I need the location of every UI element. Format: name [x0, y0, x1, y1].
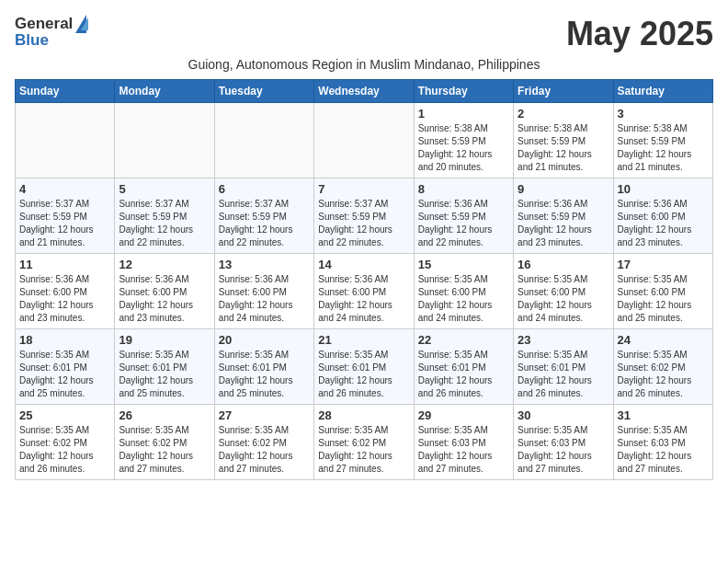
table-row: 16Sunrise: 5:35 AM Sunset: 6:00 PM Dayli…	[514, 254, 613, 329]
day-number: 20	[219, 333, 310, 347]
logo-general-text: General	[15, 15, 73, 33]
table-row: 17Sunrise: 5:35 AM Sunset: 6:00 PM Dayli…	[613, 254, 712, 329]
day-number: 4	[19, 182, 110, 196]
day-number: 7	[318, 182, 409, 196]
col-sunday: Sunday	[16, 80, 115, 103]
day-number: 5	[119, 182, 210, 196]
col-wednesday: Wednesday	[314, 80, 414, 103]
table-row: 25Sunrise: 5:35 AM Sunset: 6:02 PM Dayli…	[16, 405, 115, 480]
day-info: Sunrise: 5:36 AM Sunset: 6:00 PM Dayligh…	[318, 273, 409, 325]
day-number: 18	[19, 333, 110, 347]
logo-triangle2-icon	[81, 17, 88, 30]
day-number: 28	[318, 408, 409, 422]
table-row: 21Sunrise: 5:35 AM Sunset: 6:01 PM Dayli…	[314, 329, 414, 405]
logo-blue-text: Blue	[15, 31, 49, 49]
day-info: Sunrise: 5:38 AM Sunset: 5:59 PM Dayligh…	[618, 122, 709, 174]
day-number: 23	[518, 333, 609, 347]
table-row	[115, 103, 214, 178]
calendar-week-row: 25Sunrise: 5:35 AM Sunset: 6:02 PM Dayli…	[16, 405, 713, 480]
day-number: 17	[618, 258, 709, 271]
day-number: 9	[518, 182, 609, 196]
page-header: General Blue May 2025	[15, 15, 713, 53]
table-row: 2Sunrise: 5:38 AM Sunset: 5:59 PM Daylig…	[514, 103, 613, 178]
calendar-table: Sunday Monday Tuesday Wednesday Thursday…	[15, 79, 713, 480]
table-row: 1Sunrise: 5:38 AM Sunset: 5:59 PM Daylig…	[414, 103, 513, 178]
calendar-week-row: 18Sunrise: 5:35 AM Sunset: 6:01 PM Dayli…	[16, 329, 713, 405]
day-info: Sunrise: 5:35 AM Sunset: 6:02 PM Dayligh…	[618, 349, 709, 400]
day-number: 3	[618, 107, 709, 121]
table-row: 31Sunrise: 5:35 AM Sunset: 6:03 PM Dayli…	[613, 405, 712, 480]
table-row: 23Sunrise: 5:35 AM Sunset: 6:01 PM Dayli…	[514, 329, 613, 405]
day-info: Sunrise: 5:35 AM Sunset: 6:00 PM Dayligh…	[518, 273, 609, 325]
table-row: 10Sunrise: 5:36 AM Sunset: 6:00 PM Dayli…	[613, 178, 712, 254]
day-info: Sunrise: 5:37 AM Sunset: 5:59 PM Dayligh…	[119, 198, 210, 249]
day-number: 31	[618, 408, 709, 422]
calendar-week-row: 1Sunrise: 5:38 AM Sunset: 5:59 PM Daylig…	[16, 103, 713, 178]
table-row: 14Sunrise: 5:36 AM Sunset: 6:00 PM Dayli…	[314, 254, 414, 329]
day-number: 22	[418, 333, 509, 347]
day-number: 25	[19, 408, 110, 422]
day-info: Sunrise: 5:35 AM Sunset: 6:02 PM Dayligh…	[219, 424, 310, 476]
day-number: 15	[418, 258, 509, 271]
day-number: 26	[119, 408, 210, 422]
table-row: 20Sunrise: 5:35 AM Sunset: 6:01 PM Dayli…	[214, 329, 313, 405]
table-row: 7Sunrise: 5:37 AM Sunset: 5:59 PM Daylig…	[314, 178, 414, 254]
table-row: 26Sunrise: 5:35 AM Sunset: 6:02 PM Dayli…	[115, 405, 214, 480]
day-info: Sunrise: 5:35 AM Sunset: 6:03 PM Dayligh…	[418, 424, 509, 476]
table-row: 11Sunrise: 5:36 AM Sunset: 6:00 PM Dayli…	[16, 254, 115, 329]
day-number: 27	[219, 408, 310, 422]
day-info: Sunrise: 5:35 AM Sunset: 6:01 PM Dayligh…	[518, 349, 609, 400]
calendar-week-row: 4Sunrise: 5:37 AM Sunset: 5:59 PM Daylig…	[16, 178, 713, 254]
table-row	[314, 103, 414, 178]
table-row: 29Sunrise: 5:35 AM Sunset: 6:03 PM Dayli…	[414, 405, 513, 480]
page-subtitle: Guiong, Autonomous Region in Muslim Mind…	[15, 57, 713, 72]
day-info: Sunrise: 5:36 AM Sunset: 6:00 PM Dayligh…	[618, 198, 709, 249]
table-row: 3Sunrise: 5:38 AM Sunset: 5:59 PM Daylig…	[613, 103, 712, 178]
table-row: 13Sunrise: 5:36 AM Sunset: 6:00 PM Dayli…	[214, 254, 313, 329]
calendar-header-row: Sunday Monday Tuesday Wednesday Thursday…	[16, 80, 713, 103]
table-row: 27Sunrise: 5:35 AM Sunset: 6:02 PM Dayli…	[214, 405, 313, 480]
day-number: 24	[618, 333, 709, 347]
logo: General Blue	[15, 15, 88, 50]
table-row: 22Sunrise: 5:35 AM Sunset: 6:01 PM Dayli…	[414, 329, 513, 405]
day-number: 21	[318, 333, 409, 347]
day-info: Sunrise: 5:35 AM Sunset: 6:03 PM Dayligh…	[518, 424, 609, 476]
day-info: Sunrise: 5:35 AM Sunset: 6:01 PM Dayligh…	[119, 349, 210, 400]
table-row: 15Sunrise: 5:35 AM Sunset: 6:00 PM Dayli…	[414, 254, 513, 329]
day-info: Sunrise: 5:35 AM Sunset: 6:01 PM Dayligh…	[19, 349, 110, 400]
table-row: 28Sunrise: 5:35 AM Sunset: 6:02 PM Dayli…	[314, 405, 414, 480]
table-row: 18Sunrise: 5:35 AM Sunset: 6:01 PM Dayli…	[16, 329, 115, 405]
day-number: 8	[418, 182, 509, 196]
day-info: Sunrise: 5:36 AM Sunset: 6:00 PM Dayligh…	[219, 273, 310, 325]
table-row: 24Sunrise: 5:35 AM Sunset: 6:02 PM Dayli…	[613, 329, 712, 405]
day-number: 11	[19, 258, 110, 271]
day-info: Sunrise: 5:37 AM Sunset: 5:59 PM Dayligh…	[219, 198, 310, 249]
day-info: Sunrise: 5:35 AM Sunset: 6:00 PM Dayligh…	[418, 273, 509, 325]
day-number: 10	[618, 182, 709, 196]
day-number: 13	[219, 258, 310, 271]
table-row: 30Sunrise: 5:35 AM Sunset: 6:03 PM Dayli…	[514, 405, 613, 480]
day-info: Sunrise: 5:35 AM Sunset: 6:02 PM Dayligh…	[318, 424, 409, 476]
table-row: 9Sunrise: 5:36 AM Sunset: 5:59 PM Daylig…	[514, 178, 613, 254]
day-number: 30	[518, 408, 609, 422]
day-number: 16	[518, 258, 609, 271]
day-info: Sunrise: 5:36 AM Sunset: 6:00 PM Dayligh…	[19, 273, 110, 325]
day-info: Sunrise: 5:35 AM Sunset: 6:02 PM Dayligh…	[19, 424, 110, 476]
day-number: 29	[418, 408, 509, 422]
table-row: 4Sunrise: 5:37 AM Sunset: 5:59 PM Daylig…	[16, 178, 115, 254]
day-number: 19	[119, 333, 210, 347]
day-info: Sunrise: 5:36 AM Sunset: 6:00 PM Dayligh…	[119, 273, 210, 325]
calendar-week-row: 11Sunrise: 5:36 AM Sunset: 6:00 PM Dayli…	[16, 254, 713, 329]
day-info: Sunrise: 5:35 AM Sunset: 6:02 PM Dayligh…	[119, 424, 210, 476]
day-number: 6	[219, 182, 310, 196]
day-info: Sunrise: 5:35 AM Sunset: 6:01 PM Dayligh…	[418, 349, 509, 400]
col-tuesday: Tuesday	[214, 80, 313, 103]
table-row: 12Sunrise: 5:36 AM Sunset: 6:00 PM Dayli…	[115, 254, 214, 329]
day-number: 2	[518, 107, 609, 121]
day-number: 14	[318, 258, 409, 271]
day-info: Sunrise: 5:37 AM Sunset: 5:59 PM Dayligh…	[318, 198, 409, 249]
day-info: Sunrise: 5:35 AM Sunset: 6:03 PM Dayligh…	[618, 424, 709, 476]
table-row	[16, 103, 115, 178]
day-number: 1	[418, 107, 509, 121]
day-info: Sunrise: 5:35 AM Sunset: 6:01 PM Dayligh…	[219, 349, 310, 400]
